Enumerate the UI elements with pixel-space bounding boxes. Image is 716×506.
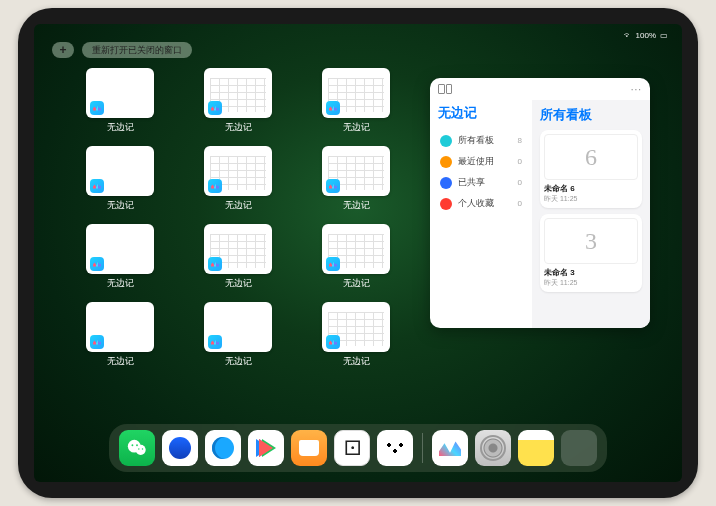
battery-text: 100%	[636, 31, 656, 40]
window-tile-label: 无边记	[343, 355, 370, 368]
ipad-screen: ᯤ 100% ▭ + 重新打开已关闭的窗口 无边记无边记无边记无边记无边记无边记…	[34, 24, 682, 482]
freeform-app-icon	[90, 101, 104, 115]
sidebar-item-count: 0	[518, 199, 522, 208]
freeform-toolbar: ···	[430, 78, 650, 100]
freeform-sidebar-title: 无边记	[438, 104, 524, 122]
window-tile[interactable]: 无边记	[302, 224, 410, 290]
dock-app-settings[interactable]	[475, 430, 511, 466]
freeform-app-icon	[326, 335, 340, 349]
sidebar-item-count: 0	[518, 178, 522, 187]
window-tile[interactable]: 无边记	[66, 146, 174, 212]
window-thumbnail	[204, 302, 272, 352]
window-thumbnail	[86, 302, 154, 352]
dock-app-notes[interactable]	[518, 430, 554, 466]
svg-point-3	[136, 444, 138, 446]
window-tile[interactable]: 无边记	[184, 302, 292, 368]
dock-app-freeform[interactable]	[432, 430, 468, 466]
window-tile-label: 无边记	[343, 199, 370, 212]
sidebar-item-count: 8	[518, 136, 522, 145]
dock-app-connect[interactable]	[377, 430, 413, 466]
sidebar-item[interactable]: 最近使用0	[438, 151, 524, 172]
window-tile[interactable]: 无边记	[302, 302, 410, 368]
reopen-label: 重新打开已关闭的窗口	[92, 44, 182, 57]
sidebar-item-icon	[440, 198, 452, 210]
freeform-body: 无边记 所有看板8最近使用0已共享0个人收藏0 所有看板 6未命名 6昨天 11…	[430, 100, 650, 328]
window-thumbnail	[204, 224, 272, 274]
sidebar-item-icon	[440, 156, 452, 168]
freeform-sidebar: 无边记 所有看板8最近使用0已共享0个人收藏0	[430, 100, 532, 328]
board-preview: 6	[544, 134, 638, 180]
sidebar-item-label: 已共享	[458, 176, 485, 189]
wechat-icon	[126, 437, 148, 459]
svg-point-2	[132, 444, 134, 446]
window-tile[interactable]: 无边记	[302, 68, 410, 134]
window-tile[interactable]: 无边记	[66, 224, 174, 290]
svg-point-5	[142, 448, 143, 449]
dock-app-app-library[interactable]	[561, 430, 597, 466]
window-tile[interactable]: 无边记	[302, 146, 410, 212]
freeform-app-icon	[208, 179, 222, 193]
freeform-app-icon	[90, 335, 104, 349]
window-thumbnail	[86, 68, 154, 118]
dock-app-play[interactable]	[248, 430, 284, 466]
reopen-closed-window-button[interactable]: 重新打开已关闭的窗口	[82, 42, 192, 58]
dock-app-quark[interactable]	[162, 430, 198, 466]
board-preview: 3	[544, 218, 638, 264]
window-tile[interactable]: 无边记	[184, 146, 292, 212]
window-tile-label: 无边记	[225, 277, 252, 290]
dock-app-books[interactable]	[291, 430, 327, 466]
board-time: 昨天 11:25	[544, 278, 638, 288]
battery-icon: ▭	[660, 31, 668, 40]
status-right: ᯤ 100% ▭	[624, 28, 668, 42]
window-tile-label: 无边记	[343, 121, 370, 134]
board-card[interactable]: 6未命名 6昨天 11:25	[540, 130, 642, 208]
sidebar-item[interactable]: 已共享0	[438, 172, 524, 193]
sidebar-item-label: 所有看板	[458, 134, 494, 147]
dock-app-qqbrowser[interactable]	[205, 430, 241, 466]
board-name: 未命名 3	[544, 267, 638, 278]
freeform-app-icon	[90, 179, 104, 193]
freeform-app-window[interactable]: ··· 无边记 所有看板8最近使用0已共享0个人收藏0 所有看板 6未命名 6昨…	[430, 78, 650, 328]
new-window-button[interactable]: +	[52, 42, 74, 58]
dock-app-dice[interactable]: ⚀	[334, 430, 370, 466]
board-card[interactable]: 3未命名 3昨天 11:25	[540, 214, 642, 292]
freeform-app-icon	[326, 179, 340, 193]
window-tile-label: 无边记	[107, 121, 134, 134]
freeform-app-icon	[90, 257, 104, 271]
window-tile[interactable]: 无边记	[66, 68, 174, 134]
freeform-app-icon	[208, 335, 222, 349]
window-tile-label: 无边记	[107, 199, 134, 212]
dock-app-wechat[interactable]	[119, 430, 155, 466]
freeform-app-icon	[208, 101, 222, 115]
window-thumbnail	[86, 146, 154, 196]
more-button[interactable]: ···	[631, 84, 642, 95]
dock: ⚀	[109, 424, 607, 472]
freeform-app-icon	[326, 101, 340, 115]
window-tile-grid: 无边记无边记无边记无边记无边记无边记无边记无边记无边记无边记无边记无边记	[66, 68, 410, 422]
ipad-frame: ᯤ 100% ▭ + 重新打开已关闭的窗口 无边记无边记无边记无边记无边记无边记…	[18, 8, 698, 498]
board-time: 昨天 11:25	[544, 194, 638, 204]
window-tile[interactable]: 无边记	[184, 224, 292, 290]
sidebar-item[interactable]: 个人收藏0	[438, 193, 524, 214]
sidebar-item-count: 0	[518, 157, 522, 166]
window-tile-label: 无边记	[107, 355, 134, 368]
sidebar-item[interactable]: 所有看板8	[438, 130, 524, 151]
freeform-app-icon	[326, 257, 340, 271]
sidebar-toggle-icon[interactable]	[438, 84, 452, 94]
svg-point-1	[136, 445, 146, 455]
window-thumbnail	[322, 302, 390, 352]
window-thumbnail	[322, 224, 390, 274]
stage-manager-controls: + 重新打开已关闭的窗口	[52, 42, 192, 58]
window-thumbnail	[204, 68, 272, 118]
window-tile-label: 无边记	[225, 355, 252, 368]
window-tile-label: 无边记	[343, 277, 370, 290]
window-thumbnail	[322, 68, 390, 118]
status-bar: ᯤ 100% ▭	[34, 28, 682, 42]
window-thumbnail	[204, 146, 272, 196]
window-tile[interactable]: 无边记	[66, 302, 174, 368]
sidebar-item-icon	[440, 177, 452, 189]
window-tile[interactable]: 无边记	[184, 68, 292, 134]
sidebar-item-icon	[440, 135, 452, 147]
board-name: 未命名 6	[544, 183, 638, 194]
window-tile-label: 无边记	[225, 121, 252, 134]
